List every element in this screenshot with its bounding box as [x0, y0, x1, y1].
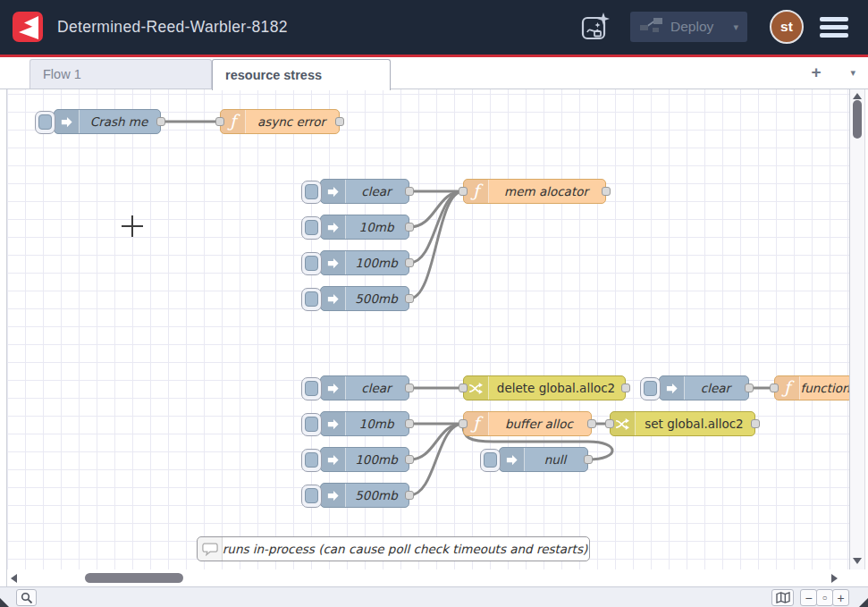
crosshair-cursor [122, 215, 143, 237]
inject-button[interactable] [301, 377, 322, 400]
node-label: clear [346, 376, 407, 400]
inject-arrow-icon [321, 287, 346, 310]
port[interactable] [405, 258, 414, 267]
port[interactable] [156, 117, 165, 126]
flow-tabbar: Flow 1 resource stress + ▾ [0, 57, 868, 89]
node-function-node[interactable]: ƒfunction [774, 375, 849, 400]
node-clear-a[interactable]: clear [320, 179, 409, 204]
port[interactable] [405, 294, 414, 303]
flow-canvas[interactable]: Crash meƒasync errorclear10mb100mb500mbƒ… [7, 89, 849, 569]
inject-button[interactable] [301, 449, 322, 472]
inject-button[interactable] [301, 252, 322, 275]
port[interactable] [405, 384, 414, 392]
port[interactable] [605, 419, 614, 428]
inject-button[interactable] [301, 485, 322, 508]
port[interactable] [584, 455, 593, 464]
port[interactable] [405, 419, 414, 428]
port[interactable] [770, 384, 779, 392]
inject-button-inner [305, 256, 318, 271]
inject-arrow-icon [660, 376, 685, 400]
node-10mb-b[interactable]: 10mb [320, 411, 409, 436]
node-set-global-alloc2[interactable]: set global.alloc2 [610, 411, 755, 436]
deploy-nodes-icon [639, 17, 662, 37]
search-icon [21, 592, 33, 604]
node-label: set global.alloc2 [636, 412, 753, 435]
port[interactable] [215, 117, 224, 126]
flowfuse-node-red-editor: Determined-Reed-Warbler-8182 Deploy ▾ [0, 0, 868, 607]
vertical-scrollbar[interactable] [849, 89, 865, 569]
inject-button[interactable] [640, 377, 661, 400]
minimap-button[interactable] [771, 589, 794, 606]
port[interactable] [459, 384, 468, 392]
add-flow-button[interactable]: + [805, 61, 827, 84]
node-label: clear [685, 376, 746, 400]
port[interactable] [405, 187, 414, 196]
port[interactable] [405, 223, 414, 232]
assistant-icon[interactable] [577, 10, 611, 44]
inject-button[interactable] [301, 181, 322, 204]
port[interactable] [335, 117, 344, 126]
inject-button-inner [644, 381, 657, 396]
inject-arrow-icon [321, 484, 346, 507]
zoom-out-button[interactable]: − [800, 589, 817, 606]
port[interactable] [602, 187, 611, 196]
search-button[interactable] [16, 589, 37, 606]
function-f-icon: ƒ [464, 180, 489, 203]
node-mem-alocator[interactable]: ƒmem alocator [463, 179, 606, 204]
inject-arrow-icon [55, 110, 80, 133]
node-500mb-b[interactable]: 500mb [320, 483, 409, 508]
node-clear-c[interactable]: clear [659, 375, 749, 400]
port[interactable] [405, 491, 414, 500]
wire-100mb-b-to-buffer-alloc[interactable] [409, 424, 463, 459]
node-label: delete global.alloc2 [489, 376, 623, 400]
user-avatar[interactable]: st [770, 10, 804, 44]
vertical-scroll-thumb[interactable] [853, 100, 862, 139]
node-crash-me[interactable]: Crash me [54, 109, 161, 134]
scroll-left-arrow-icon[interactable] [11, 574, 17, 583]
port[interactable] [405, 455, 414, 464]
tab-flow-1[interactable]: Flow 1 [29, 59, 212, 89]
port[interactable] [621, 384, 630, 392]
port[interactable] [751, 419, 760, 428]
horizontal-scroll-thumb[interactable] [85, 573, 183, 583]
horizontal-scrollbar[interactable] [7, 569, 849, 586]
tab-resource-stress[interactable]: resource stress [212, 59, 391, 90]
function-f-icon: ƒ [221, 110, 246, 133]
node-clear-b[interactable]: clear [320, 375, 409, 400]
zoom-in-button[interactable]: + [832, 589, 849, 606]
tab-label: resource stress [225, 68, 322, 82]
port[interactable] [459, 187, 468, 196]
inject-button[interactable] [35, 111, 55, 134]
inject-button[interactable] [480, 449, 501, 472]
node-null-inject[interactable]: null [499, 447, 588, 472]
deploy-dropdown-caret[interactable]: ▾ [733, 21, 738, 33]
port[interactable] [587, 419, 596, 428]
deploy-button[interactable]: Deploy ▾ [630, 12, 747, 42]
node-10mb-a[interactable]: 10mb [320, 215, 409, 240]
node-label: Crash me [80, 110, 158, 133]
node-comment-node[interactable]: runs in-process (can cause poll check ti… [197, 536, 590, 561]
zoom-reset-button[interactable]: ○ [816, 589, 833, 606]
node-label: clear [346, 180, 407, 203]
flowfuse-logo-icon[interactable] [13, 12, 43, 42]
inject-button-inner [305, 184, 318, 199]
port[interactable] [745, 384, 754, 392]
scroll-right-arrow-icon[interactable] [831, 574, 838, 583]
inject-button[interactable] [301, 216, 322, 240]
header: Determined-Reed-Warbler-8182 Deploy ▾ [0, 0, 868, 57]
node-async-error[interactable]: ƒasync error [220, 109, 340, 134]
node-500mb-a[interactable]: 500mb [320, 286, 409, 311]
inject-button-inner [38, 114, 52, 130]
inject-button[interactable] [301, 413, 322, 436]
node-buffer-alloc[interactable]: ƒbuffer alloc [463, 411, 592, 436]
scroll-down-arrow-icon[interactable] [853, 558, 862, 564]
inject-button-inner [305, 381, 318, 396]
port[interactable] [459, 419, 468, 428]
scroll-up-arrow-icon[interactable] [853, 93, 862, 99]
node-100mb-a[interactable]: 100mb [320, 250, 409, 275]
node-delete-global-alloc2[interactable]: delete global.alloc2 [463, 375, 626, 400]
flow-list-caret[interactable]: ▾ [850, 67, 855, 79]
hamburger-menu-icon[interactable] [820, 17, 848, 38]
inject-button[interactable] [301, 288, 322, 311]
node-100mb-b[interactable]: 100mb [320, 447, 409, 472]
